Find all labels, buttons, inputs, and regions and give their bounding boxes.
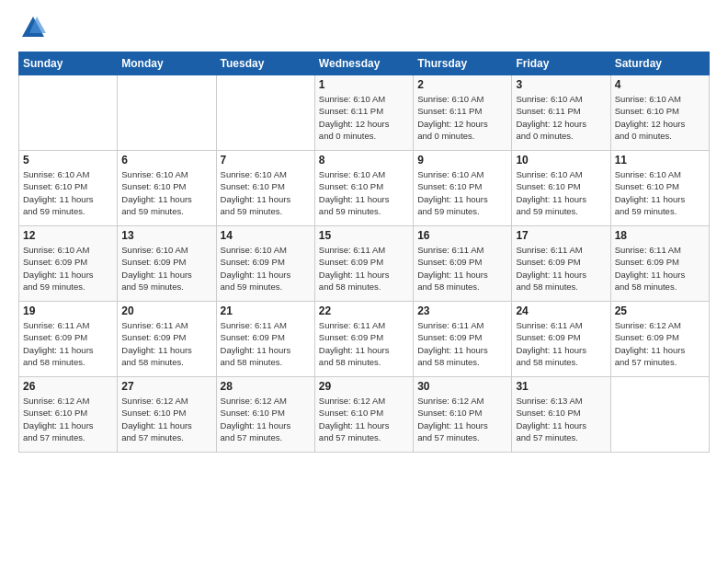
day-number: 9 [417,154,507,167]
day-number: 30 [417,380,507,393]
calendar-table: SundayMondayTuesdayWednesdayThursdayFrid… [18,52,710,453]
day-info: Sunrise: 6:10 AM Sunset: 6:11 PM Dayligh… [516,93,606,142]
day-number: 29 [319,380,409,393]
calendar-cell [610,377,709,453]
calendar-cell: 11Sunrise: 6:10 AM Sunset: 6:10 PM Dayli… [610,151,709,226]
calendar-week-4: 19Sunrise: 6:11 AM Sunset: 6:09 PM Dayli… [19,302,710,377]
calendar-cell: 5Sunrise: 6:10 AM Sunset: 6:10 PM Daylig… [19,151,118,226]
day-info: Sunrise: 6:10 AM Sunset: 6:10 PM Dayligh… [615,93,705,142]
day-info: Sunrise: 6:12 AM Sunset: 6:10 PM Dayligh… [221,395,311,443]
day-number: 10 [516,154,606,167]
day-info: Sunrise: 6:11 AM Sunset: 6:09 PM Dayligh… [615,244,705,293]
calendar-week-2: 5Sunrise: 6:10 AM Sunset: 6:10 PM Daylig… [19,151,710,226]
day-number: 19 [23,304,113,317]
calendar-cell [118,75,216,151]
day-info: Sunrise: 6:12 AM Sunset: 6:10 PM Dayligh… [319,395,409,443]
day-number: 20 [121,304,211,317]
day-number: 18 [615,229,705,242]
calendar-cell: 15Sunrise: 6:11 AM Sunset: 6:09 PM Dayli… [314,226,413,302]
day-info: Sunrise: 6:11 AM Sunset: 6:09 PM Dayligh… [516,244,606,293]
day-number: 4 [615,78,705,91]
day-info: Sunrise: 6:11 AM Sunset: 6:09 PM Dayligh… [221,319,311,368]
weekday-header-thursday: Thursday [414,52,512,75]
calendar-cell: 8Sunrise: 6:10 AM Sunset: 6:10 PM Daylig… [314,151,413,226]
day-info: Sunrise: 6:10 AM Sunset: 6:10 PM Dayligh… [23,168,113,217]
calendar-cell: 1Sunrise: 6:10 AM Sunset: 6:11 PM Daylig… [314,75,413,151]
calendar-cell: 28Sunrise: 6:12 AM Sunset: 6:10 PM Dayli… [216,377,314,453]
day-number: 14 [221,229,311,242]
day-number: 15 [319,229,409,242]
weekday-row: SundayMondayTuesdayWednesdayThursdayFrid… [19,52,710,75]
calendar-cell: 2Sunrise: 6:10 AM Sunset: 6:11 PM Daylig… [414,75,512,151]
calendar-cell: 23Sunrise: 6:11 AM Sunset: 6:09 PM Dayli… [414,302,512,377]
day-info: Sunrise: 6:12 AM Sunset: 6:10 PM Dayligh… [23,395,113,443]
calendar-cell: 3Sunrise: 6:10 AM Sunset: 6:11 PM Daylig… [512,75,610,151]
day-number: 22 [319,304,409,317]
calendar-cell: 9Sunrise: 6:10 AM Sunset: 6:10 PM Daylig… [414,151,512,226]
calendar-week-1: 1Sunrise: 6:10 AM Sunset: 6:11 PM Daylig… [19,75,710,151]
day-number: 8 [319,154,409,167]
calendar-cell [19,75,118,151]
calendar-cell: 18Sunrise: 6:11 AM Sunset: 6:09 PM Dayli… [610,226,709,302]
day-number: 28 [221,380,311,393]
logo-icon [20,15,46,40]
header [18,15,710,40]
calendar-cell: 17Sunrise: 6:11 AM Sunset: 6:09 PM Dayli… [512,226,610,302]
calendar-cell: 26Sunrise: 6:12 AM Sunset: 6:10 PM Dayli… [19,377,118,453]
day-info: Sunrise: 6:10 AM Sunset: 6:09 PM Dayligh… [121,244,211,293]
day-info: Sunrise: 6:11 AM Sunset: 6:09 PM Dayligh… [319,244,409,293]
day-info: Sunrise: 6:11 AM Sunset: 6:09 PM Dayligh… [319,319,409,368]
day-info: Sunrise: 6:10 AM Sunset: 6:10 PM Dayligh… [615,168,705,217]
day-number: 2 [417,78,507,91]
calendar-cell: 25Sunrise: 6:12 AM Sunset: 6:09 PM Dayli… [610,302,709,377]
day-info: Sunrise: 6:13 AM Sunset: 6:10 PM Dayligh… [516,395,606,443]
day-number: 27 [121,380,211,393]
day-info: Sunrise: 6:10 AM Sunset: 6:10 PM Dayligh… [221,168,311,217]
weekday-header-monday: Monday [118,52,216,75]
day-info: Sunrise: 6:12 AM Sunset: 6:10 PM Dayligh… [121,395,211,443]
calendar-cell: 7Sunrise: 6:10 AM Sunset: 6:10 PM Daylig… [216,151,314,226]
day-info: Sunrise: 6:10 AM Sunset: 6:10 PM Dayligh… [121,168,211,217]
calendar-cell: 19Sunrise: 6:11 AM Sunset: 6:09 PM Dayli… [19,302,118,377]
calendar-cell: 16Sunrise: 6:11 AM Sunset: 6:09 PM Dayli… [414,226,512,302]
day-info: Sunrise: 6:10 AM Sunset: 6:11 PM Dayligh… [319,93,409,142]
calendar-cell: 13Sunrise: 6:10 AM Sunset: 6:09 PM Dayli… [118,226,216,302]
day-number: 13 [121,229,211,242]
day-info: Sunrise: 6:10 AM Sunset: 6:09 PM Dayligh… [221,244,311,293]
calendar-header: SundayMondayTuesdayWednesdayThursdayFrid… [19,52,710,75]
weekday-header-saturday: Saturday [610,52,709,75]
weekday-header-wednesday: Wednesday [314,52,413,75]
calendar-cell: 29Sunrise: 6:12 AM Sunset: 6:10 PM Dayli… [314,377,413,453]
calendar-cell: 12Sunrise: 6:10 AM Sunset: 6:09 PM Dayli… [19,226,118,302]
day-number: 21 [221,304,311,317]
day-info: Sunrise: 6:10 AM Sunset: 6:10 PM Dayligh… [516,168,606,217]
day-info: Sunrise: 6:11 AM Sunset: 6:09 PM Dayligh… [516,319,606,368]
day-number: 7 [221,154,311,167]
day-info: Sunrise: 6:11 AM Sunset: 6:09 PM Dayligh… [417,244,507,293]
calendar-cell: 21Sunrise: 6:11 AM Sunset: 6:09 PM Dayli… [216,302,314,377]
calendar-body: 1Sunrise: 6:10 AM Sunset: 6:11 PM Daylig… [19,75,710,453]
day-number: 3 [516,78,606,91]
calendar-cell: 14Sunrise: 6:10 AM Sunset: 6:09 PM Dayli… [216,226,314,302]
calendar-week-3: 12Sunrise: 6:10 AM Sunset: 6:09 PM Dayli… [19,226,710,302]
day-info: Sunrise: 6:11 AM Sunset: 6:09 PM Dayligh… [121,319,211,368]
day-number: 31 [516,380,606,393]
day-number: 6 [121,154,211,167]
day-number: 17 [516,229,606,242]
calendar-cell: 31Sunrise: 6:13 AM Sunset: 6:10 PM Dayli… [512,377,610,453]
day-number: 1 [319,78,409,91]
day-number: 5 [23,154,113,167]
calendar-cell: 30Sunrise: 6:12 AM Sunset: 6:10 PM Dayli… [414,377,512,453]
day-number: 25 [615,304,705,317]
calendar-cell [216,75,314,151]
calendar-cell: 27Sunrise: 6:12 AM Sunset: 6:10 PM Dayli… [118,377,216,453]
main-container: SundayMondayTuesdayWednesdayThursdayFrid… [0,0,728,462]
calendar-cell: 4Sunrise: 6:10 AM Sunset: 6:10 PM Daylig… [610,75,709,151]
calendar-cell: 24Sunrise: 6:11 AM Sunset: 6:09 PM Dayli… [512,302,610,377]
day-info: Sunrise: 6:12 AM Sunset: 6:09 PM Dayligh… [615,319,705,368]
day-info: Sunrise: 6:12 AM Sunset: 6:10 PM Dayligh… [417,395,507,443]
calendar-cell: 20Sunrise: 6:11 AM Sunset: 6:09 PM Dayli… [118,302,216,377]
day-info: Sunrise: 6:10 AM Sunset: 6:10 PM Dayligh… [319,168,409,217]
calendar-cell: 10Sunrise: 6:10 AM Sunset: 6:10 PM Dayli… [512,151,610,226]
day-number: 23 [417,304,507,317]
